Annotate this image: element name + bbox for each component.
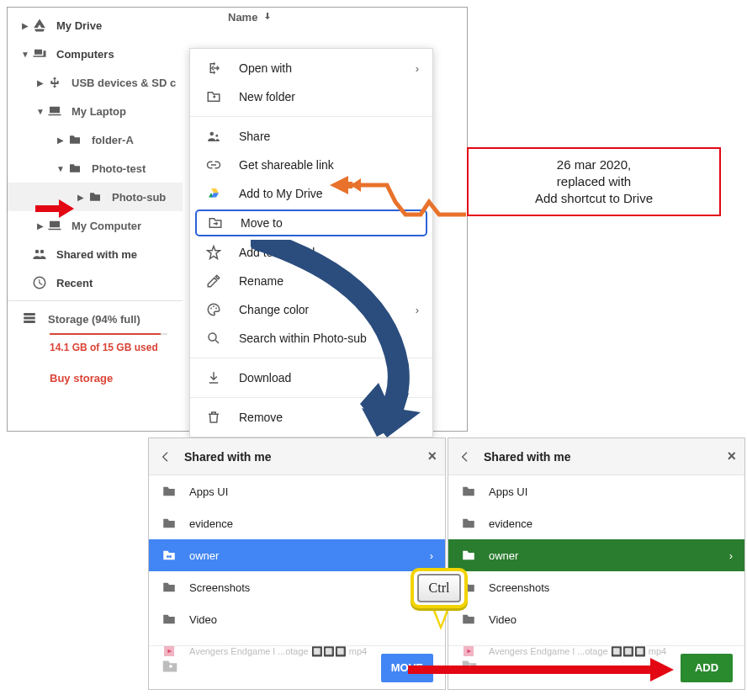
expand-icon[interactable]: ▶: [34, 78, 46, 88]
callout-line2: replaced with: [557, 174, 631, 188]
sidebar-label-folder-a: folder-A: [92, 134, 134, 146]
collapse-icon[interactable]: ▼: [55, 164, 66, 173]
people-icon: [31, 247, 48, 262]
sort-arrow-icon: [262, 11, 273, 24]
sidebar-recent[interactable]: Recent: [8, 268, 183, 297]
folder-icon: [66, 162, 83, 175]
ctx-label: Change color: [239, 303, 309, 316]
picker-header: Shared with me ×: [149, 438, 445, 475]
ctx-label: Rename: [239, 274, 283, 288]
picker-row[interactable]: Apps UI: [448, 475, 744, 507]
buy-storage-link[interactable]: Buy storage: [50, 372, 183, 384]
add-button[interactable]: ADD: [681, 654, 733, 682]
laptop-icon: [46, 218, 63, 233]
sidebar-photo-test[interactable]: ▼ Photo-test: [8, 154, 183, 183]
open-with-icon: [204, 61, 224, 76]
sidebar-my-computer[interactable]: ▶ My Computer: [8, 211, 183, 240]
expand-icon[interactable]: ▶: [55, 135, 66, 145]
picker-row-label: owner: [489, 549, 518, 562]
move-button[interactable]: MOVE: [381, 654, 433, 682]
sidebar-my-laptop[interactable]: ▼ My Laptop: [8, 97, 183, 125]
share-icon: [204, 129, 224, 144]
ctx-get-link[interactable]: Get shareable link: [190, 151, 432, 179]
palette-icon: [204, 302, 224, 317]
picker-footer: ADD: [448, 645, 744, 689]
storage-bar-fill: [50, 333, 161, 335]
chevron-right-icon: ›: [416, 304, 419, 316]
collapse-icon[interactable]: ▼: [19, 50, 31, 59]
sidebar-computers[interactable]: ▼ Computers: [8, 40, 183, 68]
ctx-label: Download: [239, 371, 291, 384]
sidebar-label-shared: Shared with me: [56, 248, 137, 261]
picker-row-selected[interactable]: owner›: [448, 539, 744, 571]
picker-row[interactable]: Video: [448, 603, 744, 635]
ctx-download[interactable]: Download: [190, 363, 432, 392]
collapse-icon[interactable]: ▼: [34, 107, 46, 116]
svg-point-1: [213, 305, 215, 307]
picker-row-label: Screenshots: [489, 581, 549, 594]
picker-row[interactable]: Apps UI: [149, 475, 445, 507]
picker-row[interactable]: Video: [149, 603, 445, 635]
trash-icon: [204, 410, 224, 425]
new-folder-icon[interactable]: [161, 657, 183, 678]
folder-icon: [460, 484, 477, 499]
column-header-label: Name: [228, 11, 257, 24]
ctx-label: Remove: [239, 411, 283, 424]
sidebar-shared[interactable]: Shared with me: [8, 240, 183, 268]
picker-row-selected[interactable]: owner›: [149, 539, 445, 571]
new-folder-icon[interactable]: [460, 657, 482, 678]
back-arrow-icon[interactable]: [457, 450, 474, 464]
ctx-label: Get shareable link: [239, 158, 334, 172]
divider: [8, 300, 183, 301]
sidebar-label-computers: Computers: [56, 48, 114, 61]
ctx-move-to[interactable]: Move to: [195, 209, 427, 236]
callout-line3: Add shortcut to Drive: [535, 191, 653, 205]
ctx-new-folder[interactable]: New folder: [190, 82, 432, 111]
storage-section: Storage (94% full) 14.1 GB of 15 GB used…: [8, 305, 183, 384]
ctx-open-with[interactable]: Open with ›: [190, 54, 432, 82]
column-header-name[interactable]: Name: [228, 11, 273, 24]
sidebar-storage[interactable]: Storage (94% full): [19, 305, 183, 333]
sidebar-label-my-drive: My Drive: [56, 19, 102, 32]
picker-row-label: Video: [489, 613, 517, 626]
ctx-search-within[interactable]: Search within Photo-sub: [190, 324, 432, 353]
storage-label: Storage (94% full): [48, 313, 140, 326]
svg-point-2: [215, 308, 217, 310]
expand-icon[interactable]: ▶: [75, 193, 87, 202]
picker-footer: MOVE: [149, 645, 445, 689]
ctx-add-star[interactable]: Add to Starred: [190, 238, 432, 267]
svg-point-4: [167, 555, 169, 558]
ctx-share[interactable]: Share: [190, 122, 432, 151]
ctx-add-to-drive[interactable]: Add to My Drive: [190, 179, 432, 208]
folder-icon: [87, 190, 103, 204]
ctx-label: Add to Starred: [239, 246, 315, 259]
sidebar-my-drive[interactable]: ▶ My Drive: [8, 11, 183, 40]
chevron-right-icon: ›: [416, 62, 419, 75]
context-menu: Open with › New folder Share Get shareab…: [189, 48, 433, 438]
star-icon: [204, 245, 224, 260]
sidebar-usb[interactable]: ▶ USB devices & SD c: [8, 68, 183, 97]
add-picker: Shared with me × Apps UI evidence owner›…: [448, 438, 745, 690]
picker-row[interactable]: evidence: [149, 507, 445, 539]
rename-icon: [204, 273, 224, 289]
close-icon[interactable]: ×: [727, 448, 736, 465]
picker-row[interactable]: evidence: [448, 507, 744, 539]
ctx-remove[interactable]: Remove: [190, 403, 432, 432]
picker-title: Shared with me: [484, 450, 570, 464]
close-icon[interactable]: ×: [427, 448, 437, 465]
ctx-rename[interactable]: Rename: [190, 267, 432, 295]
picker-row-label: Apps UI: [489, 485, 527, 498]
sidebar-photo-sub[interactable]: ▶ Photo-sub: [8, 183, 183, 211]
clock-icon: [31, 275, 48, 290]
expand-icon[interactable]: ▶: [19, 21, 31, 30]
picker-row[interactable]: Screenshots: [149, 571, 445, 603]
sidebar-folder-a[interactable]: ▶ folder-A: [8, 125, 183, 154]
back-arrow-icon[interactable]: [157, 450, 174, 464]
expand-icon[interactable]: ▶: [34, 221, 46, 231]
chevron-right-icon: ›: [729, 549, 733, 562]
storage-usage: 14.1 GB of 15 GB used: [50, 342, 183, 353]
picker-row-label: evidence: [489, 517, 532, 530]
ctx-change-color[interactable]: Change color ›: [190, 295, 432, 324]
svg-point-3: [209, 333, 216, 341]
picker-row[interactable]: Screenshots: [448, 571, 744, 603]
